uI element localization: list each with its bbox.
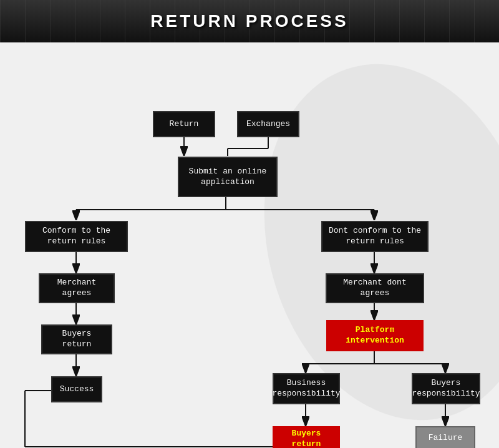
page-title: RETURN PROCESS (150, 11, 348, 31)
merchant-dont-node: Merchant dont agrees (326, 273, 424, 303)
submit-node: Submit an online application (178, 157, 278, 197)
buyers-resp-node: Buyers responsibility (412, 373, 480, 404)
header-banner: RETURN PROCESS (0, 0, 499, 42)
conform-node: Conform to the return rules (25, 221, 128, 252)
buyers-return-right-node: Buyers return (273, 426, 340, 448)
business-resp-node: Business responsibility (273, 373, 340, 404)
merchant-agrees-node: Merchant agrees (39, 273, 115, 303)
failure-node: Failure (415, 426, 475, 448)
return-node: Return (153, 111, 215, 137)
dont-conform-node: Dont conform to the return rules (321, 221, 429, 252)
buyers-return-left-node: Buyers return (41, 324, 112, 354)
diagram-area: Return Exchanges Submit an online applic… (0, 42, 499, 448)
exchanges-node: Exchanges (237, 111, 299, 137)
platform-node: Platform intervention (326, 320, 424, 351)
success-node: Success (51, 376, 102, 402)
